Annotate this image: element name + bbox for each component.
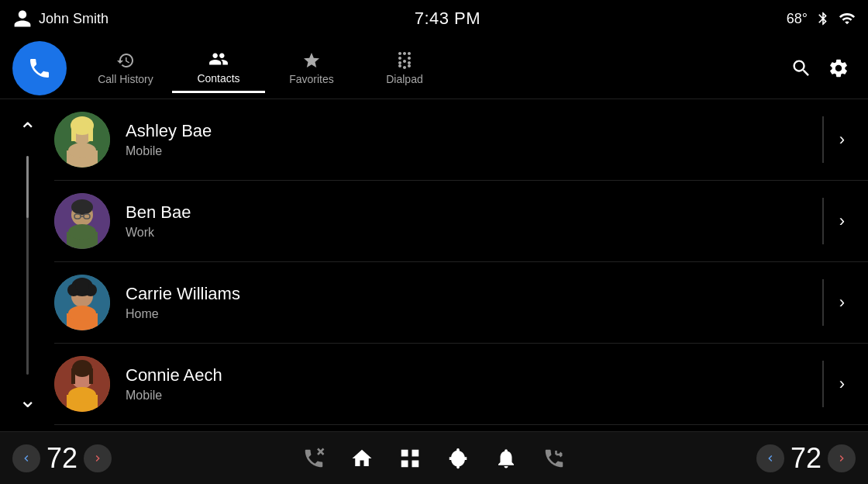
svg-line-41 (560, 455, 563, 457)
scroll-down-button[interactable]: ⌄ (12, 381, 43, 419)
contact-divider (822, 116, 824, 163)
svg-point-10 (68, 224, 96, 240)
fan-icon (446, 447, 470, 470)
tab-favorites[interactable]: Favorites (265, 43, 358, 93)
left-temp-value: 72 (46, 442, 78, 475)
svg-rect-29 (89, 368, 93, 384)
contact-name: Ben Bae (126, 202, 807, 223)
connie-avatar-image (54, 356, 110, 412)
scroll-track (26, 156, 29, 375)
chevron-left-icon (764, 452, 777, 465)
favorites-icon (302, 51, 321, 70)
grid-icon (398, 447, 422, 470)
settings-icon (828, 57, 849, 79)
nav-actions (790, 57, 849, 79)
call-history-label: Call History (98, 73, 153, 85)
svg-point-22 (75, 278, 89, 292)
scroll-sidebar: ⌃ ⌄ (0, 99, 54, 431)
table-row[interactable]: Connie Aech Mobile › (54, 344, 868, 425)
table-row[interactable]: Carrie Williams Home › (54, 262, 868, 344)
chevron-left-icon (20, 452, 33, 465)
call-forward-icon[interactable] (542, 447, 566, 470)
status-left: John Smith (12, 9, 108, 29)
content-area: ⌃ ⌄ Ashley Bae (0, 99, 868, 431)
avatar (54, 193, 110, 249)
contact-name: Ashley Bae (126, 121, 807, 141)
nav-bar: Call History Contacts Favorites Dialpad (0, 37, 868, 99)
phone-icon (27, 56, 52, 81)
svg-point-11 (71, 199, 93, 215)
contact-info: Ashley Bae Mobile (126, 121, 807, 158)
fan-button[interactable] (446, 447, 470, 470)
table-row[interactable]: Ben Bae Work › (54, 181, 868, 262)
bell-icon (494, 447, 518, 470)
left-temp-decrease[interactable] (12, 444, 40, 472)
tab-contacts[interactable]: Contacts (172, 43, 265, 93)
right-temp-increase[interactable] (828, 444, 856, 472)
home-icon (350, 447, 374, 470)
nav-tabs: Call History Contacts Favorites Dialpad (79, 43, 790, 93)
avatar (54, 275, 110, 330)
contact-name: Connie Aech (126, 365, 807, 385)
chevron-right-icon: › (839, 374, 845, 394)
svg-rect-5 (71, 126, 76, 141)
bluetooth-icon (815, 11, 831, 26)
phone-button[interactable] (12, 41, 67, 95)
signal-icon (839, 10, 856, 27)
status-bar: John Smith 7:43 PM 68° (0, 0, 868, 37)
favorites-label: Favorites (289, 73, 334, 85)
ben-avatar-image (54, 193, 110, 249)
settings-button[interactable] (828, 57, 849, 79)
carrie-avatar-image (54, 275, 110, 330)
ashley-avatar-image (54, 112, 110, 168)
chevron-right-icon: › (839, 211, 845, 231)
contact-divider (822, 361, 824, 407)
right-temp-control: 72 (756, 442, 856, 475)
grid-button[interactable] (398, 447, 422, 470)
contact-type: Work (126, 226, 807, 240)
scroll-up-button[interactable]: ⌃ (12, 112, 43, 150)
status-right: 68° (787, 10, 856, 27)
svg-rect-28 (71, 368, 75, 384)
tab-dialpad[interactable]: Dialpad (358, 43, 451, 93)
phone-forwarded-icon (542, 447, 566, 470)
phone-missed-icon (302, 447, 326, 470)
bottom-center-icons (302, 447, 566, 470)
contacts-list: Ashley Bae Mobile › (54, 99, 868, 431)
contact-divider (822, 198, 824, 244)
svg-point-26 (68, 387, 96, 403)
dialpad-label: Dialpad (386, 73, 422, 85)
svg-point-18 (68, 306, 96, 321)
left-temp-increase[interactable] (84, 444, 112, 472)
chevron-right-icon (835, 452, 848, 465)
contact-info: Carrie Williams Home (126, 284, 807, 321)
tab-call-history[interactable]: Call History (79, 43, 172, 93)
right-temp-value: 72 (790, 442, 822, 475)
right-temp-decrease[interactable] (756, 444, 784, 472)
avatar (54, 356, 110, 412)
contact-divider (822, 279, 824, 326)
end-call-icon[interactable] (302, 447, 326, 470)
contacts-icon (208, 49, 229, 69)
contact-type: Mobile (126, 144, 807, 158)
time-display: 7:43 PM (415, 9, 480, 29)
contact-type: Mobile (126, 389, 807, 403)
table-row[interactable]: Craig Anderson › (54, 425, 868, 431)
search-icon (790, 57, 812, 79)
chevron-right-icon: › (839, 130, 845, 150)
svg-rect-6 (88, 126, 93, 141)
call-history-icon (116, 51, 135, 70)
left-temp-control: 72 (12, 442, 112, 475)
search-button[interactable] (790, 57, 812, 79)
user-icon (12, 9, 33, 29)
notifications-button[interactable] (494, 447, 518, 470)
contact-info: Connie Aech Mobile (126, 365, 807, 403)
contacts-label: Contacts (197, 72, 239, 85)
contact-type: Home (126, 307, 807, 321)
table-row[interactable]: Ashley Bae Mobile › (54, 99, 868, 181)
home-button[interactable] (350, 447, 374, 470)
bottom-bar: 72 (0, 431, 868, 484)
svg-point-3 (68, 143, 96, 158)
temperature-display: 68° (787, 11, 808, 27)
contact-name: Carrie Williams (126, 284, 807, 304)
